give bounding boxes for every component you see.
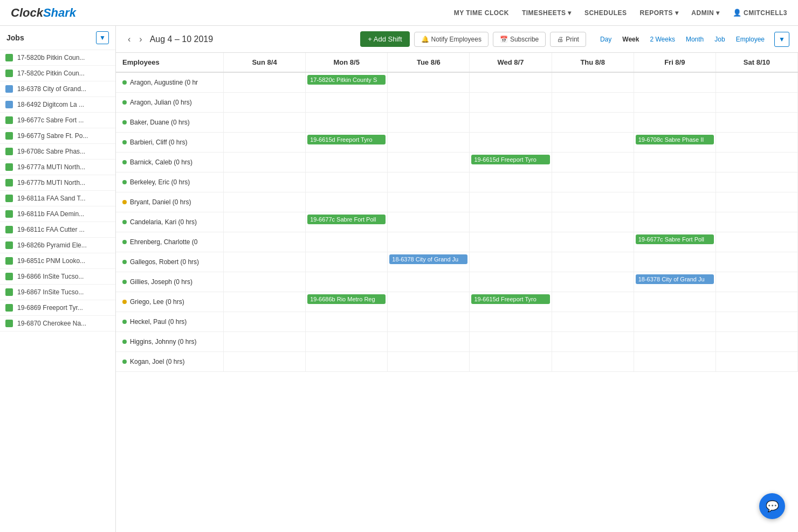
day-cell-sun[interactable]: [224, 252, 306, 272]
subscribe-button[interactable]: 📅 Subscribe: [493, 32, 546, 47]
day-cell-fri[interactable]: [634, 312, 716, 331]
day-cell-fri[interactable]: [634, 332, 716, 351]
day-cell-mon[interactable]: 19-6615d Freeport Tyro: [306, 133, 388, 152]
nav-timesheets[interactable]: TIMESHEETS: [522, 9, 572, 17]
day-cell-thu[interactable]: [552, 133, 634, 152]
day-cell-sun[interactable]: [224, 272, 306, 292]
sidebar-item[interactable]: 19-6870 Cherokee Na...: [0, 316, 115, 331]
day-cell-thu[interactable]: [552, 312, 634, 331]
day-cell-tue[interactable]: [388, 352, 470, 371]
day-cell-tue[interactable]: [388, 192, 470, 212]
day-cell-sun[interactable]: [224, 192, 306, 212]
day-cell-sun[interactable]: [224, 153, 306, 172]
day-cell-tue[interactable]: [388, 312, 470, 331]
day-cell-fri[interactable]: [634, 352, 716, 371]
sidebar-item[interactable]: 19-6811a FAA Sand T...: [0, 191, 115, 206]
day-cell-tue[interactable]: [388, 332, 470, 351]
day-cell-tue[interactable]: [388, 292, 470, 312]
day-cell-fri[interactable]: 19-6677c Sabre Fort Poll: [634, 232, 716, 252]
day-cell-sat[interactable]: [716, 272, 798, 292]
day-cell-mon[interactable]: [306, 272, 388, 292]
day-cell-wed[interactable]: [470, 352, 552, 371]
day-cell-mon[interactable]: 17-5820c Pitkin County S: [306, 73, 388, 92]
day-cell-thu[interactable]: [552, 272, 634, 292]
day-cell-thu[interactable]: [552, 332, 634, 351]
day-cell-thu[interactable]: [552, 113, 634, 132]
day-cell-tue[interactable]: [388, 172, 470, 192]
day-cell-fri[interactable]: [634, 252, 716, 272]
nav-admin[interactable]: ADMIN: [691, 9, 719, 17]
day-cell-mon[interactable]: [306, 252, 388, 272]
sidebar-item[interactable]: 19-6677g Sabre Ft. Po...: [0, 128, 115, 144]
day-cell-thu[interactable]: [552, 192, 634, 212]
shift-block[interactable]: 17-5820c Pitkin County S: [307, 75, 386, 85]
day-cell-sun[interactable]: [224, 93, 306, 112]
day-cell-fri[interactable]: [634, 153, 716, 172]
day-cell-wed[interactable]: [470, 192, 552, 212]
day-cell-sat[interactable]: [716, 153, 798, 172]
day-cell-tue[interactable]: [388, 113, 470, 132]
day-cell-sun[interactable]: [224, 352, 306, 371]
tab-day[interactable]: Day: [595, 32, 617, 46]
shift-block[interactable]: 19-6677c Sabre Fort Poll: [307, 215, 386, 224]
sidebar-item[interactable]: 19-6867 InSite Tucso...: [0, 285, 115, 300]
day-cell-wed[interactable]: [470, 93, 552, 112]
day-cell-mon[interactable]: [306, 232, 388, 252]
day-cell-sat[interactable]: [716, 252, 798, 272]
day-cell-sat[interactable]: [716, 172, 798, 192]
shift-block[interactable]: 19-6677c Sabre Fort Poll: [636, 234, 714, 244]
day-cell-wed[interactable]: [470, 232, 552, 252]
sidebar-item[interactable]: 19-6811b FAA Demin...: [0, 206, 115, 222]
shift-block[interactable]: 19-6686b Rio Metro Reg: [307, 294, 386, 304]
sidebar-item[interactable]: 19-6869 Freeport Tyr...: [0, 300, 115, 316]
nav-user[interactable]: CMITCHELL3: [733, 9, 788, 17]
tab-employee[interactable]: Employee: [731, 32, 770, 46]
nav-reports[interactable]: REPORTS: [639, 9, 678, 17]
day-cell-sat[interactable]: [716, 73, 798, 92]
sidebar-item[interactable]: 19-6708c Sabre Phas...: [0, 144, 115, 160]
day-cell-tue[interactable]: [388, 212, 470, 232]
next-week-button[interactable]: ›: [136, 33, 145, 45]
day-cell-wed[interactable]: 19-6615d Freeport Tyro: [470, 292, 552, 312]
day-cell-mon[interactable]: [306, 153, 388, 172]
tab-week[interactable]: Week: [617, 32, 644, 46]
day-cell-wed[interactable]: [470, 113, 552, 132]
shift-block[interactable]: 18-6378 City of Grand Ju: [636, 274, 714, 284]
day-cell-thu[interactable]: [552, 93, 634, 112]
chat-bubble[interactable]: 💬: [759, 493, 785, 519]
nav-schedules[interactable]: SCHEDULES: [584, 9, 627, 17]
day-cell-wed[interactable]: [470, 172, 552, 192]
sidebar-item[interactable]: 19-6826b Pyramid Ele...: [0, 238, 115, 253]
day-cell-thu[interactable]: [552, 73, 634, 92]
day-cell-thu[interactable]: [552, 352, 634, 371]
day-cell-mon[interactable]: [306, 113, 388, 132]
day-cell-fri[interactable]: [634, 212, 716, 232]
day-cell-sun[interactable]: [224, 292, 306, 312]
day-cell-sat[interactable]: [716, 332, 798, 351]
day-cell-sat[interactable]: [716, 312, 798, 331]
day-cell-wed[interactable]: 19-6615d Freeport Tyro: [470, 153, 552, 172]
sidebar-item[interactable]: 18-6492 Digitcom La ...: [0, 97, 115, 113]
day-cell-sun[interactable]: [224, 232, 306, 252]
day-cell-mon[interactable]: 19-6686b Rio Metro Reg: [306, 292, 388, 312]
day-cell-wed[interactable]: [470, 212, 552, 232]
day-cell-sat[interactable]: [716, 352, 798, 371]
day-cell-thu[interactable]: [552, 172, 634, 192]
sidebar-item[interactable]: 19-6851c PNM Looko...: [0, 253, 115, 269]
day-cell-sun[interactable]: [224, 113, 306, 132]
day-cell-fri[interactable]: 18-6378 City of Grand Ju: [634, 272, 716, 292]
sidebar-item[interactable]: 19-6677c Sabre Fort ...: [0, 113, 115, 128]
sidebar-item[interactable]: 18-6378 City of Grand...: [0, 81, 115, 97]
day-cell-mon[interactable]: [306, 172, 388, 192]
print-button[interactable]: 🖨 Print: [550, 32, 586, 47]
app-logo[interactable]: ClockShark: [11, 6, 76, 20]
day-cell-sat[interactable]: [716, 133, 798, 152]
sidebar-item[interactable]: 19-6866 InSite Tucso...: [0, 269, 115, 285]
day-cell-mon[interactable]: [306, 312, 388, 331]
sidebar-filter-button[interactable]: ▼: [96, 31, 109, 44]
shift-block[interactable]: 19-6708c Sabre Phase II: [636, 135, 714, 144]
day-cell-tue[interactable]: [388, 93, 470, 112]
day-cell-thu[interactable]: [552, 292, 634, 312]
day-cell-thu[interactable]: [552, 153, 634, 172]
day-cell-thu[interactable]: [552, 212, 634, 232]
